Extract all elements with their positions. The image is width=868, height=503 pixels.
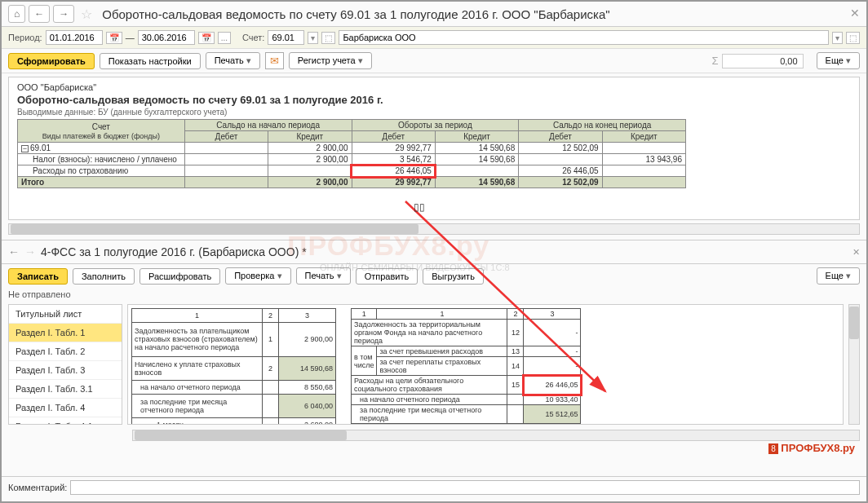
- table-row: на начало отчетного периода10 933,40: [352, 395, 581, 405]
- date-to-input[interactable]: [138, 30, 195, 45]
- org-open-button[interactable]: ⬚: [846, 32, 860, 44]
- print-button-2[interactable]: Печать: [296, 267, 351, 285]
- register-button[interactable]: Регистр учета: [289, 52, 372, 69]
- account-open-button[interactable]: ⬚: [321, 32, 335, 44]
- table-row: Начислено к уплате страховых взносов214 …: [132, 356, 336, 380]
- forward-arrow-icon[interactable]: →: [24, 245, 36, 258]
- top-toolbar: ⌂ ← → ☆ Оборотно-сальдовая ведомость по …: [2, 2, 866, 27]
- th-turnover: Обороты за период: [352, 120, 519, 131]
- highlighted-cell-turnover: 26 446,05: [352, 165, 435, 177]
- th-saldo-begin: Сальдо на начало периода: [184, 120, 352, 131]
- section2-title: 4-ФСС за 1 полугодие 2016 г. (Барбариска…: [41, 245, 307, 258]
- nav-item-r1t31[interactable]: Раздел I. Табл. 3.1: [9, 380, 122, 399]
- back-arrow-icon[interactable]: ←: [8, 245, 20, 258]
- form-button[interactable]: Сформировать: [8, 53, 95, 69]
- report-title: Оборотно-сальдовая ведомость по счету 69…: [17, 94, 851, 106]
- form-left-table: 123 Задолженность за плательщиком страхо…: [131, 308, 336, 425]
- nav-list: Титульный лист Раздел I. Табл. 1 Раздел …: [8, 304, 122, 425]
- decrypt-button[interactable]: Расшифровать: [140, 268, 220, 285]
- report-org: ООО "Барбариска": [17, 82, 851, 92]
- period-label: Период:: [8, 33, 42, 42]
- table-row: на начало отчетного периода8 550,68: [132, 380, 336, 394]
- table-row: за счет переплаты страховых взносов14-: [352, 357, 581, 376]
- table-row: в том числеза счет превышения расходов13…: [352, 346, 581, 357]
- table-row[interactable]: −69.01 2 900,00 29 992,77 14 590,68 12 5…: [18, 143, 686, 154]
- export-button[interactable]: Выгрузить: [423, 268, 484, 285]
- sigma-icon: Σ: [712, 55, 719, 67]
- th-saldo-end: Сальдо на конец периода: [519, 120, 686, 131]
- doc-area[interactable]: 123 Задолженность за плательщиком страхо…: [127, 304, 844, 425]
- print-button[interactable]: Печать: [206, 52, 260, 69]
- send-button[interactable]: Отправить: [356, 268, 418, 285]
- highlighted-cell-expense: 26 446,05: [524, 376, 581, 395]
- vscrollbar-doc[interactable]: [848, 304, 860, 425]
- account-label: Счет:: [242, 33, 264, 42]
- lower-body: Титульный лист Раздел I. Табл. 1 Раздел …: [2, 301, 866, 428]
- table-row[interactable]: Расходы по страхованию 26 446,05 26 446,…: [18, 165, 686, 177]
- period-bar: Период: 📅 — 📅 ... Счет: ▾ ⬚ ▾ ⬚: [2, 27, 866, 49]
- back-button[interactable]: ←: [29, 5, 50, 23]
- favorite-icon[interactable]: ☆: [81, 7, 92, 22]
- osv-table: СчетВиды платежей в бюджет (фонды) Сальд…: [17, 119, 686, 188]
- table-row: Задолженность за территориальным органом…: [352, 320, 581, 346]
- comment-bar: Комментарий:: [2, 476, 866, 498]
- nav-item-title[interactable]: Титульный лист: [9, 305, 122, 324]
- mail-icon[interactable]: ✉: [265, 52, 284, 69]
- table-row: 1 месяц2 680,00: [132, 417, 336, 425]
- hscrollbar-doc[interactable]: [132, 430, 860, 441]
- close-icon[interactable]: ✕: [850, 7, 860, 20]
- hscrollbar-top[interactable]: [8, 223, 860, 235]
- more-button[interactable]: Еще: [817, 52, 860, 69]
- nav-item-r1t4[interactable]: Раздел I. Табл. 4: [9, 399, 122, 417]
- table-row: за последние три месяца отчетного период…: [132, 394, 336, 417]
- table-row-total: Итого 2 900,00 29 992,77 14 590,68 12 50…: [18, 177, 686, 188]
- show-settings-button[interactable]: Показать настройки: [100, 53, 201, 69]
- account-select-button[interactable]: ▾: [308, 32, 318, 44]
- nav-item-r1t3[interactable]: Раздел I. Табл. 3: [9, 361, 122, 380]
- comment-input[interactable]: [70, 480, 860, 495]
- action-bar: Сформировать Показать настройки Печать ✉…: [2, 49, 866, 73]
- nav-item-r1t1[interactable]: Раздел I. Табл. 1: [9, 324, 122, 342]
- sum-value: 0,00: [722, 54, 804, 68]
- fill-button[interactable]: Заполнить: [73, 268, 135, 285]
- org-input[interactable]: [339, 30, 829, 45]
- more-button-2[interactable]: Еще: [817, 267, 860, 285]
- brand-logo: 8 ПРОФБУХ8.ру: [768, 442, 855, 454]
- section2-titlebar: ← → 4-ФСС за 1 полугодие 2016 г. (Барбар…: [2, 240, 866, 264]
- org-select-button[interactable]: ▾: [832, 32, 843, 44]
- close-icon-2[interactable]: ✕: [852, 247, 860, 258]
- check-button[interactable]: Проверка: [225, 267, 290, 285]
- period-select-button[interactable]: ...: [218, 32, 231, 44]
- nav-item-r1t2[interactable]: Раздел I. Табл. 2: [9, 342, 122, 361]
- calendar-from-icon[interactable]: 📅: [106, 32, 122, 44]
- account-input[interactable]: [268, 30, 304, 45]
- table-row: Расходы на цели обязательного социальног…: [352, 376, 581, 395]
- home-button[interactable]: ⌂: [8, 5, 25, 23]
- table-row: Задолженность за плательщиком страховых …: [132, 322, 336, 356]
- page-title: Оборотно-сальдовая ведомость по счету 69…: [102, 7, 609, 21]
- forward-button[interactable]: →: [53, 5, 74, 23]
- action-bar-2: Записать Заполнить Расшифровать Проверка…: [2, 264, 866, 288]
- nav-item-r1t41[interactable]: Раздел I. Табл. 4.1: [9, 417, 122, 425]
- table-row: 1 месяц15 512,65: [352, 424, 581, 426]
- period-dash: —: [126, 33, 135, 42]
- table-row: за последние три месяца отчетного период…: [352, 405, 581, 424]
- collapse-icon[interactable]: −: [21, 145, 29, 152]
- date-from-input[interactable]: [46, 30, 103, 45]
- report-area: ООО "Барбариска" Оборотно-сальдовая ведо…: [8, 77, 860, 220]
- table-row[interactable]: Налог (взносы): начислено / уплачено 2 9…: [18, 154, 686, 165]
- form-right-table: 1123 Задолженность за территориальным ор…: [351, 308, 581, 425]
- calendar-to-icon[interactable]: 📅: [198, 32, 215, 44]
- th-account: СчетВиды платежей в бюджет (фонды): [18, 120, 185, 143]
- comment-label: Комментарий:: [8, 483, 67, 492]
- status-not-sent: Не отправлено: [2, 288, 866, 301]
- report-subtitle: Выводимые данные: БУ (данные бухгалтерск…: [17, 108, 851, 117]
- save-button[interactable]: Записать: [8, 268, 68, 285]
